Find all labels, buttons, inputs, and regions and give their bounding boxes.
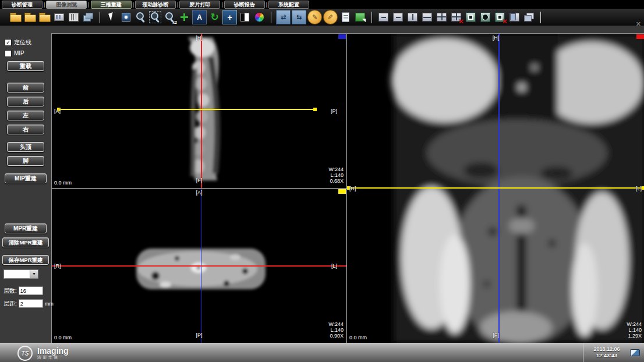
link-views-icon[interactable]: ⇆ <box>292 10 306 24</box>
sidebar: ✓定位线MIP 重载 前后左右 头顶脚 MIP重建 MPR重建 清除MPR重建 … <box>0 26 51 343</box>
mpr-reconstruct-button[interactable]: MPR重建 <box>5 223 47 233</box>
localizer-checkbox[interactable]: ✓ <box>5 39 12 46</box>
layer-count-label: 层数: <box>3 287 17 295</box>
menu-tab-4[interactable]: 颈动脉诊断 <box>135 1 176 9</box>
localizer-horizontal-line[interactable] <box>347 187 644 189</box>
toolbar: x2A↻+⇄⇆✎✎✕✕ <box>0 9 644 26</box>
menu-separator: | <box>266 2 267 8</box>
mpr-series-select[interactable]: ▼ <box>3 269 38 279</box>
slice-position: 0.0 mm <box>349 335 367 340</box>
link-series-icon[interactable]: ⇄ <box>276 10 291 24</box>
zoom-region-icon[interactable] <box>148 10 162 24</box>
logo-title: Imaging <box>37 347 69 355</box>
orientation-label-top: [H] <box>493 35 500 41</box>
zoom-icon[interactable] <box>134 10 147 24</box>
direction-left-button[interactable]: 左 <box>7 111 44 120</box>
close-icon[interactable]: ✕ <box>636 20 641 28</box>
pencil-annotation-icon[interactable]: ✎ <box>307 10 322 24</box>
series-grid-icon[interactable] <box>52 10 66 24</box>
orientation-label-bottom: [P] <box>196 332 202 338</box>
mip-checkbox[interactable] <box>5 50 12 57</box>
refresh-icon[interactable]: ↻ <box>208 10 221 24</box>
layer-spacing-input[interactable] <box>19 299 43 308</box>
status-bar: TS Imaging 清影华康 2018.12.06 12:43:43 <box>0 343 644 362</box>
fit-screen-icon[interactable]: + <box>222 10 237 24</box>
checkbox-label: 定位线 <box>14 38 31 47</box>
cascade-windows-icon[interactable] <box>522 10 536 24</box>
orient-head-button[interactable]: 头顶 <box>7 142 44 152</box>
text-annotation-icon[interactable]: A <box>192 10 207 24</box>
menu-tab-2[interactable]: 图像浏览 <box>46 1 87 9</box>
import-folder-icon[interactable] <box>23 10 37 24</box>
volume-3d-icon[interactable] <box>82 10 95 24</box>
orientation-label-bottom: [F] <box>493 332 499 338</box>
viewport-sagittal[interactable]: [H] [A] [P] [F] W:244 L:140 0.68X 0.0 mm <box>52 34 346 188</box>
pan-icon[interactable] <box>178 10 191 24</box>
orientation-label-left: [R] <box>54 263 61 269</box>
ellipse-shape-icon[interactable] <box>479 10 492 24</box>
mpr-save-button[interactable]: 保存MPR重建 <box>2 255 49 265</box>
delete-shape-icon[interactable]: ✕ <box>493 10 507 24</box>
layer-spacing-label: 层距: <box>3 300 17 308</box>
layout-2x2-icon[interactable] <box>435 10 448 24</box>
cursor-icon[interactable] <box>105 10 118 24</box>
color-palette-icon[interactable] <box>253 10 266 24</box>
chevron-down-icon: ▼ <box>30 270 38 278</box>
brush-annotation-icon[interactable]: ✎ <box>323 10 338 24</box>
localizer-horizontal-line[interactable] <box>58 109 316 110</box>
tray-icon[interactable] <box>630 349 640 356</box>
logo-badge-icon: TS <box>17 346 33 361</box>
viewport-coronal[interactable]: [H] [R] [L] [F] W:244 L:140 1.29X 0.0 mm <box>346 34 644 343</box>
orientation-label-right: [L] <box>331 263 337 269</box>
layout-single-icon[interactable] <box>377 10 390 24</box>
datetime-section: 2018.12.06 12:43:43 <box>583 343 644 362</box>
report-notes-icon[interactable] <box>339 10 352 24</box>
logo-subtitle: 清影华康 <box>37 355 69 360</box>
direction-right-button[interactable]: 右 <box>7 125 44 134</box>
zoom-2x-icon[interactable]: x2 <box>163 10 176 24</box>
orientation-label-right: [L] <box>636 186 642 191</box>
orientation-label-left: [A] <box>54 108 61 114</box>
viewport-axial[interactable]: [A] [R] [L] [P] W:244 L:140 0.90X 0.0 mm <box>52 188 346 343</box>
clear-layout-icon[interactable]: ✕ <box>450 10 463 24</box>
reload-button[interactable]: 重载 <box>7 61 44 71</box>
rect-shape-icon[interactable] <box>464 10 477 24</box>
spacing-unit: mm <box>45 301 54 307</box>
layout-2x1-icon[interactable] <box>420 10 434 24</box>
app-logo: TS Imaging 清影华康 <box>17 346 69 361</box>
layer-count-input[interactable] <box>19 286 43 295</box>
window-level-icon[interactable] <box>238 10 252 24</box>
open-study-folder-icon[interactable] <box>9 10 22 24</box>
export-image-icon[interactable] <box>353 10 367 24</box>
window-level-readout: W:244 L:140 0.68X <box>328 166 344 184</box>
window-image-icon[interactable] <box>119 10 133 24</box>
view-indicator-marker <box>338 34 346 39</box>
sagittal-mri-image <box>52 34 346 188</box>
compare-window-icon[interactable] <box>67 10 80 24</box>
crosshair-horizontal-line[interactable] <box>52 265 346 267</box>
menu-separator: | <box>133 2 134 8</box>
menu-tab-6[interactable]: 诊断报告 <box>224 1 265 9</box>
layout-1x2-icon[interactable] <box>406 10 419 24</box>
direction-back-button[interactable]: 后 <box>7 97 44 107</box>
orient-foot-button[interactable]: 脚 <box>7 156 44 166</box>
layout-edit-icon[interactable] <box>391 10 405 24</box>
menu-bar: 诊断管理|图像浏览|三维重建|颈动脉诊断|胶片打印|诊断报告|系统配置 <box>0 0 644 9</box>
menu-separator: | <box>44 2 45 8</box>
menu-separator: | <box>177 2 178 8</box>
menu-tab-5[interactable]: 胶片打印 <box>179 1 220 9</box>
crosshair-vertical-line[interactable] <box>201 34 202 188</box>
mip-reconstruct-button[interactable]: MIP重建 <box>5 173 47 183</box>
menu-tab-3[interactable]: 三维重建 <box>91 1 132 9</box>
menu-tab-7[interactable]: 系统配置 <box>268 1 309 9</box>
export-folder-icon[interactable] <box>38 10 51 24</box>
window-level-readout: W:244 L:140 0.90X <box>328 321 344 339</box>
orientation-label-top: [H] <box>196 35 203 41</box>
toolbar-separator <box>271 12 271 23</box>
mpr-clear-button[interactable]: 清除MPR重建 <box>2 237 49 247</box>
orientation-label-bottom: [F] <box>196 178 203 183</box>
view-indicator-marker <box>338 189 346 194</box>
menu-tab-1[interactable]: 诊断管理 <box>2 1 43 9</box>
split-half-icon[interactable] <box>508 10 521 24</box>
direction-front-button[interactable]: 前 <box>7 83 44 93</box>
